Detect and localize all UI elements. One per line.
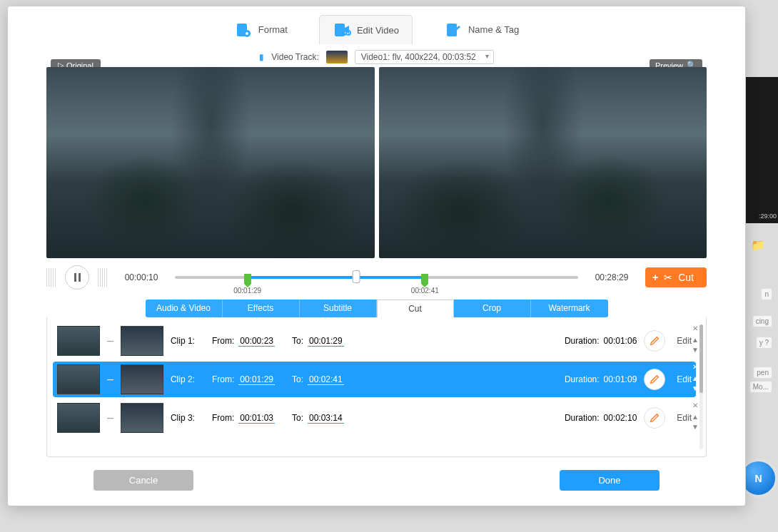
- timeline[interactable]: 00:01:29 00:02:41: [175, 268, 578, 287]
- scrollbar-thumb[interactable]: [699, 324, 703, 393]
- edit-label: Edit: [677, 336, 692, 346]
- pencil-icon: [649, 412, 660, 424]
- video-track-select[interactable]: Video1: flv, 400x224, 00:03:52: [355, 50, 494, 64]
- sub-tab-crop[interactable]: Crop: [454, 300, 531, 317]
- remove-clip-icon[interactable]: ✕: [690, 363, 700, 371]
- to-value[interactable]: 00:03:14: [308, 413, 344, 424]
- track-thumbnail: [326, 51, 348, 63]
- clip-fields: Clip 3: From:00:01:03 To:00:03:14 Durati…: [171, 413, 637, 424]
- preview-area: [8, 67, 745, 258]
- cut-button-label: Cut: [678, 272, 694, 283]
- sub-tab-subtitle[interactable]: Subtitle: [300, 300, 377, 317]
- clip-row[interactable]: – Clip 3: From:00:01:03 To:00:03:14 Dura…: [53, 400, 696, 436]
- remove-clip-icon[interactable]: ✕: [690, 324, 700, 332]
- to-value[interactable]: 00:01:29: [308, 336, 344, 347]
- duration-value: 00:02:10: [604, 413, 637, 423]
- grip-icon: [46, 268, 56, 287]
- marker-start-label: 00:01:29: [233, 287, 261, 295]
- bg-text: y ?: [756, 337, 772, 349]
- dash-icon: –: [107, 373, 113, 386]
- edit-video-icon: [333, 21, 351, 39]
- duration-label: Duration:: [565, 374, 600, 384]
- dash-icon: –: [107, 334, 113, 347]
- total-time: 00:28:29: [587, 272, 637, 282]
- plus-icon: +: [652, 272, 658, 283]
- edit-label: Edit: [677, 374, 692, 384]
- move-down-icon[interactable]: ▼: [690, 423, 700, 431]
- move-up-icon[interactable]: ▲: [690, 336, 700, 344]
- marker-end-label: 00:02:41: [411, 287, 439, 295]
- move-down-icon[interactable]: ▼: [690, 346, 700, 354]
- cancel-label: Cancle: [129, 475, 158, 486]
- bg-preview: [746, 77, 778, 223]
- done-button[interactable]: Done: [560, 470, 660, 491]
- clip-thumb-start: [57, 326, 100, 356]
- video-track-label: Video Track:: [271, 52, 318, 62]
- sub-tab-cut[interactable]: Cut: [377, 300, 454, 317]
- move-down-icon[interactable]: ▼: [690, 384, 700, 392]
- bg-text: Mo...: [749, 381, 772, 393]
- clip-thumb-start: [57, 364, 100, 394]
- done-label: Done: [598, 475, 620, 486]
- edit-label: Edit: [677, 413, 692, 423]
- clip-name: Clip 1:: [171, 336, 195, 346]
- from-label: From:: [212, 413, 234, 423]
- cut-button[interactable]: + ✂ Cut: [645, 267, 707, 287]
- bg-text: n: [761, 288, 772, 300]
- clip-name: Clip 3:: [171, 413, 195, 423]
- sub-tab-watermark[interactable]: Watermark: [531, 300, 608, 317]
- clip-fields: Clip 1: From:00:00:23 To:00:01:29 Durati…: [171, 336, 637, 347]
- marker-end[interactable]: [421, 274, 428, 284]
- dash-icon: –: [107, 411, 113, 424]
- edit-clip-button[interactable]: [644, 330, 665, 352]
- timeline-selection: [248, 276, 425, 279]
- grip-icon: [98, 268, 108, 287]
- tab-name-tag[interactable]: Name & Tag: [431, 15, 532, 44]
- bg-text: pen: [753, 367, 772, 379]
- clip-row[interactable]: – Clip 2: From:00:01:29 To:00:02:41 Dura…: [53, 362, 696, 397]
- video-track-bar: ▮ Video Track: Video1: flv, 400x224, 00:…: [8, 48, 745, 67]
- video-track-selected: Video1: flv, 400x224, 00:03:52: [361, 52, 476, 62]
- pencil-icon: [649, 335, 660, 347]
- folder-icon: 📁: [751, 238, 765, 252]
- bg-text: cing: [752, 315, 772, 327]
- clip-row[interactable]: – Clip 1: From:00:00:23 To:00:01:29 Dura…: [53, 323, 696, 359]
- playhead[interactable]: [353, 270, 360, 283]
- duration-label: Duration:: [565, 336, 600, 346]
- remove-clip-icon[interactable]: ✕: [690, 401, 700, 409]
- playback-row: 00:00:10 00:01:29 00:02:41 00:28:29 + ✂ …: [8, 258, 745, 292]
- to-value[interactable]: 00:02:41: [308, 374, 344, 385]
- to-label: To:: [292, 336, 303, 346]
- clip-name: Clip 2:: [171, 374, 195, 384]
- from-value[interactable]: 00:00:23: [238, 336, 275, 347]
- name-tag-icon: [444, 21, 463, 39]
- duration-value: 00:01:09: [604, 374, 637, 384]
- current-time: 00:00:10: [116, 272, 166, 282]
- clip-thumb-end: [121, 403, 163, 433]
- clip-thumb-end: [121, 326, 163, 356]
- edit-clip-button[interactable]: [644, 369, 665, 390]
- original-video-pane[interactable]: [46, 67, 375, 258]
- tab-format[interactable]: Format: [221, 15, 300, 44]
- clip-thumb-end: [121, 364, 163, 394]
- edit-sub-tabs: Audio & VideoEffectsSubtitleCutCropWater…: [46, 300, 707, 317]
- clip-thumb-start: [57, 403, 100, 433]
- marker-start[interactable]: [244, 274, 251, 284]
- sub-tab-audio-video[interactable]: Audio & Video: [146, 300, 223, 317]
- sub-tab-effects[interactable]: Effects: [223, 300, 300, 317]
- pause-button[interactable]: [65, 265, 89, 290]
- duration-label: Duration:: [565, 413, 600, 423]
- tab-edit-video[interactable]: Edit Video: [319, 15, 413, 44]
- cancel-button[interactable]: Cancle: [94, 470, 193, 491]
- move-up-icon[interactable]: ▲: [690, 374, 700, 382]
- clip-fields: Clip 2: From:00:01:29 To:00:02:41 Durati…: [171, 374, 637, 385]
- from-value[interactable]: 00:01:29: [238, 374, 275, 385]
- svg-point-2: [246, 32, 248, 35]
- tab-edit-video-label: Edit Video: [357, 25, 399, 36]
- from-value[interactable]: 00:01:03: [238, 413, 275, 424]
- preview-video-pane[interactable]: [379, 67, 707, 258]
- edit-clip-button[interactable]: [644, 407, 665, 429]
- move-up-icon[interactable]: ▲: [690, 413, 700, 421]
- clip-scrollbar[interactable]: [699, 324, 703, 449]
- edit-video-modal: Format Edit Video Name & Tag ▮ Video Tra…: [7, 6, 746, 506]
